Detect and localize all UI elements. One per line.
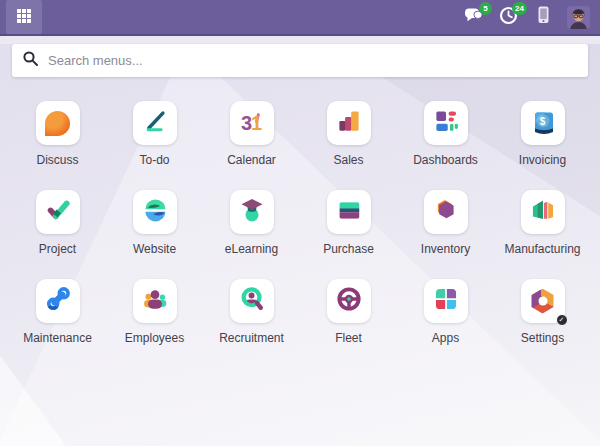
app-inventory[interactable]: Inventory <box>397 190 494 257</box>
app-fleet[interactable]: Fleet <box>300 279 397 346</box>
app-card <box>133 101 177 145</box>
app-label: Dashboards <box>413 153 478 168</box>
app-label: Employees <box>125 331 184 346</box>
calendar-icon: 3 1 <box>238 109 266 137</box>
odoo-home-menu: 5 24 <box>0 0 600 446</box>
app-website[interactable]: Website <box>106 190 203 257</box>
topbar: 5 24 <box>0 0 600 36</box>
messages-button[interactable]: 5 <box>462 6 484 28</box>
app-manufacturing[interactable]: Manufacturing <box>494 190 591 257</box>
app-label: Manufacturing <box>504 242 580 257</box>
app-card <box>36 279 80 323</box>
activities-badge: 24 <box>512 2 527 15</box>
inventory-icon <box>432 196 460 228</box>
todo-icon <box>141 107 169 139</box>
app-card <box>230 190 274 234</box>
app-card <box>36 190 80 234</box>
settings-icon <box>530 289 555 314</box>
app-label: Project <box>39 242 76 257</box>
app-label: Settings <box>521 331 564 346</box>
app-purchase[interactable]: Purchase <box>300 190 397 257</box>
elearning-icon <box>238 196 266 228</box>
check-badge-icon: ✓ <box>556 314 568 326</box>
app-card <box>327 190 371 234</box>
app-card <box>133 279 177 323</box>
app-maintenance[interactable]: Maintenance <box>9 279 106 346</box>
website-icon <box>141 196 169 228</box>
apps-icon <box>432 285 460 317</box>
activities-button[interactable]: 24 <box>497 6 519 28</box>
app-label: Fleet <box>335 331 362 346</box>
app-recruitment[interactable]: Recruitment <box>203 279 300 346</box>
home-menu-content: Discuss To-do 3 <box>0 44 600 446</box>
invoicing-icon: $ <box>529 109 557 137</box>
search-icon <box>22 50 39 71</box>
app-label: Recruitment <box>219 331 284 346</box>
apps-menu-toggle[interactable] <box>6 0 42 34</box>
app-card <box>36 101 80 145</box>
topbar-right: 5 24 <box>462 6 600 29</box>
app-card <box>230 279 274 323</box>
app-card: ✓ <box>521 279 565 323</box>
maintenance-icon <box>44 285 72 317</box>
fleet-icon <box>335 285 363 317</box>
project-icon <box>44 196 72 228</box>
app-discuss[interactable]: Discuss <box>9 101 106 168</box>
app-elearning[interactable]: eLearning <box>203 190 300 257</box>
app-dashboards[interactable]: Dashboards <box>397 101 494 168</box>
dashboards-icon <box>432 107 460 139</box>
app-label: Apps <box>432 331 459 346</box>
app-project[interactable]: Project <box>9 190 106 257</box>
app-label: Inventory <box>421 242 470 257</box>
recruitment-icon <box>238 285 266 317</box>
app-label: eLearning <box>225 242 278 257</box>
apps-grid: Discuss To-do 3 <box>0 101 600 346</box>
app-card <box>521 190 565 234</box>
employees-icon <box>141 285 169 317</box>
app-card <box>327 101 371 145</box>
app-card <box>327 279 371 323</box>
calendar-day-digit: 3 <box>241 112 251 135</box>
user-avatar[interactable] <box>567 6 590 29</box>
app-card: 3 1 <box>230 101 274 145</box>
app-todo[interactable]: To-do <box>106 101 203 168</box>
app-sales[interactable]: Sales <box>300 101 397 168</box>
app-label: Sales <box>333 153 363 168</box>
app-card <box>424 190 468 234</box>
app-label: Calendar <box>227 153 276 168</box>
app-apps[interactable]: Apps <box>397 279 494 346</box>
app-card <box>424 101 468 145</box>
app-settings[interactable]: ✓ Settings <box>494 279 591 346</box>
settings-icon-hole <box>538 297 547 306</box>
app-label: Website <box>133 242 176 257</box>
app-card: $ <box>521 101 565 145</box>
app-employees[interactable]: Employees <box>106 279 203 346</box>
sales-icon <box>335 107 363 139</box>
app-label: Maintenance <box>23 331 92 346</box>
app-card <box>424 279 468 323</box>
app-label: Discuss <box>36 153 78 168</box>
search-bar <box>12 44 588 77</box>
purchase-icon <box>335 196 363 228</box>
discuss-icon <box>45 111 70 136</box>
phone-icon <box>536 5 551 29</box>
app-card <box>133 190 177 234</box>
mobile-button[interactable] <box>532 6 554 28</box>
dollar-symbol: $ <box>536 114 549 127</box>
app-invoicing[interactable]: $ Invoicing <box>494 101 591 168</box>
app-label: Purchase <box>323 242 374 257</box>
search-input[interactable] <box>48 53 578 68</box>
grid-icon <box>16 8 32 27</box>
app-label: To-do <box>139 153 169 168</box>
app-label: Invoicing <box>519 153 566 168</box>
calendar-day-digit: 1 <box>251 112 262 135</box>
app-calendar[interactable]: 3 1 Calendar <box>203 101 300 168</box>
messages-badge: 5 <box>479 2 492 15</box>
manufacturing-icon <box>529 196 557 228</box>
